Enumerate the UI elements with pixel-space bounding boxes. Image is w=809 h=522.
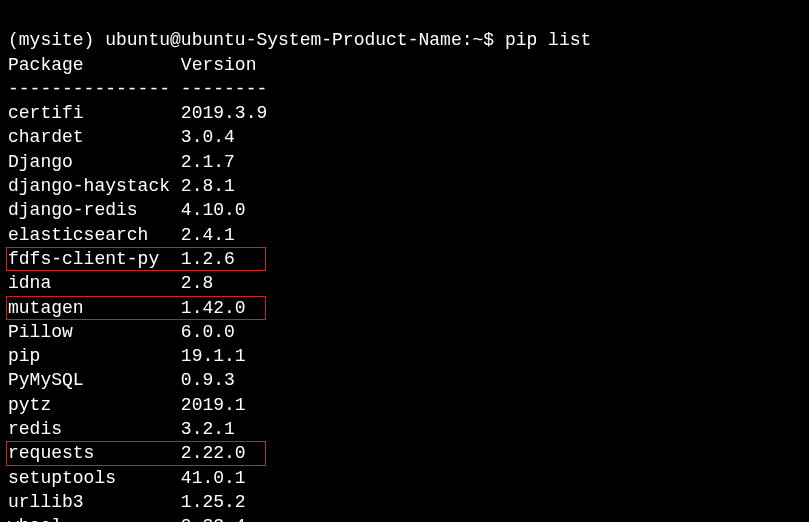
package-version: 1.42.0 — [181, 298, 246, 318]
package-version: 2.8.1 — [181, 176, 235, 196]
package-version: 0.9.3 — [181, 370, 235, 390]
package-name: Pillow — [8, 322, 181, 342]
package-version: 1.2.6 — [181, 249, 235, 269]
package-version: 2019.3.9 — [181, 103, 267, 123]
command-text: pip list — [505, 30, 591, 50]
package-name: setuptools — [8, 468, 181, 488]
package-version: 2.1.7 — [181, 152, 235, 172]
package-row: pip 19.1.1 — [8, 344, 801, 368]
divider-package: --------------- — [8, 79, 181, 99]
package-name: wheel — [8, 516, 181, 522]
package-row: elasticsearch 2.4.1 — [8, 223, 801, 247]
package-name: django-haystack — [8, 176, 181, 196]
package-name: certifi — [8, 103, 181, 123]
package-version: 19.1.1 — [181, 346, 246, 366]
package-row: django-haystack 2.8.1 — [8, 174, 801, 198]
package-name: PyMySQL — [8, 370, 181, 390]
user-host-path: ubuntu@ubuntu-System-Product-Name:~$ — [105, 30, 505, 50]
package-version: 2.22.0 — [181, 443, 246, 463]
package-version: 2.8 — [181, 273, 213, 293]
package-row: certifi 2019.3.9 — [8, 101, 801, 125]
package-name: elasticsearch — [8, 225, 181, 245]
package-row: chardet 3.0.4 — [8, 125, 801, 149]
package-name: django-redis — [8, 200, 181, 220]
header-package: Package — [8, 55, 181, 75]
package-version: 4.10.0 — [181, 200, 246, 220]
package-row: Django 2.1.7 — [8, 150, 801, 174]
package-version: 3.0.4 — [181, 127, 235, 147]
package-name: redis — [8, 419, 181, 439]
package-row: redis 3.2.1 — [8, 417, 801, 441]
package-version: 0.33.4 — [181, 516, 246, 522]
package-version: 6.0.0 — [181, 322, 235, 342]
terminal-output: (mysite) ubuntu@ubuntu-System-Product-Na… — [8, 4, 801, 522]
package-row: urllib3 1.25.2 — [8, 490, 801, 514]
package-name: mutagen — [8, 298, 181, 318]
package-row: Pillow 6.0.0 — [8, 320, 801, 344]
package-row: fdfs-client-py 1.2.6 — [8, 247, 801, 271]
package-name: fdfs-client-py — [8, 249, 181, 269]
package-name: chardet — [8, 127, 181, 147]
package-row: mutagen 1.42.0 — [8, 296, 801, 320]
package-name: Django — [8, 152, 181, 172]
package-name: urllib3 — [8, 492, 181, 512]
package-row: PyMySQL 0.9.3 — [8, 368, 801, 392]
table-header: Package Version — [8, 53, 801, 77]
package-name: pip — [8, 346, 181, 366]
truncated-prev-line — [8, 4, 801, 28]
package-version: 2019.1 — [181, 395, 246, 415]
package-row: wheel 0.33.4 — [8, 514, 801, 522]
venv-name: (mysite) — [8, 30, 105, 50]
package-row: django-redis 4.10.0 — [8, 198, 801, 222]
package-row: pytz 2019.1 — [8, 393, 801, 417]
package-row: requests 2.22.0 — [8, 441, 801, 465]
table-divider: --------------- -------- — [8, 77, 801, 101]
package-name: idna — [8, 273, 181, 293]
package-name: requests — [8, 443, 181, 463]
package-version: 41.0.1 — [181, 468, 246, 488]
header-version: Version — [181, 55, 257, 75]
package-name: pytz — [8, 395, 181, 415]
prompt-line-1[interactable]: (mysite) ubuntu@ubuntu-System-Product-Na… — [8, 28, 801, 52]
package-version: 2.4.1 — [181, 225, 235, 245]
package-version: 3.2.1 — [181, 419, 235, 439]
package-version: 1.25.2 — [181, 492, 246, 512]
package-row: setuptools 41.0.1 — [8, 466, 801, 490]
divider-version: -------- — [181, 79, 267, 99]
package-row: idna 2.8 — [8, 271, 801, 295]
